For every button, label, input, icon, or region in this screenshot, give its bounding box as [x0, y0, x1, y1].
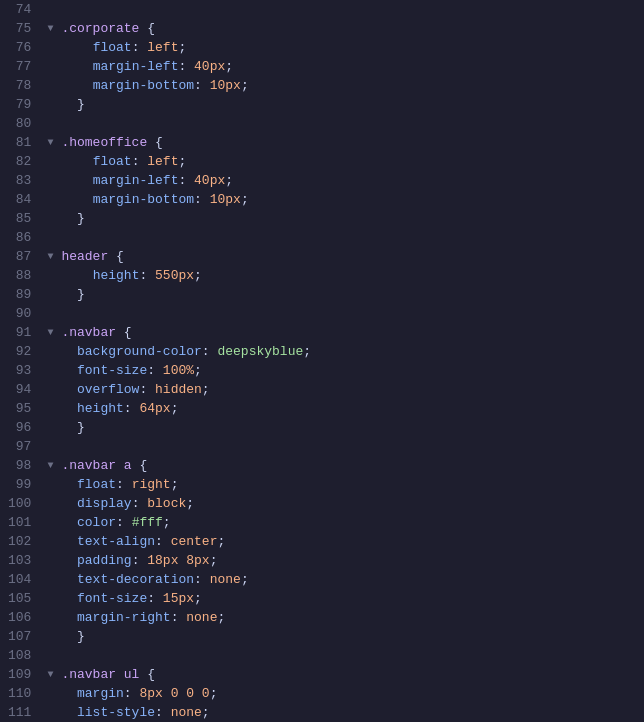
- token: .navbar: [61, 323, 116, 342]
- code-line: .corporate {: [47, 19, 644, 38]
- code-area[interactable]: .corporate { float: left; margin-left: 4…: [43, 0, 644, 722]
- line-number: 104: [8, 570, 31, 589]
- token: {: [139, 665, 155, 684]
- token: [61, 589, 77, 608]
- token: ;: [210, 551, 218, 570]
- token: header: [61, 247, 108, 266]
- code-line: header {: [47, 247, 644, 266]
- token: :: [178, 171, 194, 190]
- token: none: [171, 703, 202, 722]
- line-number: 81: [8, 133, 31, 152]
- token: {: [147, 133, 163, 152]
- code-line: }: [47, 95, 644, 114]
- token: .navbar a: [61, 456, 131, 475]
- token: 40px: [194, 171, 225, 190]
- token: }: [61, 95, 84, 114]
- token: ;: [241, 76, 249, 95]
- token: text-align: [77, 532, 155, 551]
- line-number: 94: [8, 380, 31, 399]
- line-number: 85: [8, 209, 31, 228]
- line-number: 100: [8, 494, 31, 513]
- fold-arrow-icon[interactable]: [47, 665, 61, 684]
- code-line: text-decoration: none;: [47, 570, 644, 589]
- token: height: [93, 266, 140, 285]
- line-number: 83: [8, 171, 31, 190]
- fold-arrow-icon[interactable]: [47, 323, 61, 342]
- line-number: 75: [8, 19, 31, 38]
- token: [61, 266, 92, 285]
- code-line: margin-bottom: 10px;: [47, 76, 644, 95]
- token: [61, 152, 92, 171]
- fold-arrow-icon[interactable]: [47, 247, 61, 266]
- code-line: [47, 437, 644, 456]
- token: 10px: [210, 190, 241, 209]
- token: margin-bottom: [93, 190, 194, 209]
- token: ;: [194, 361, 202, 380]
- line-number: 106: [8, 608, 31, 627]
- token: {: [116, 323, 132, 342]
- line-number: 96: [8, 418, 31, 437]
- code-line: }: [47, 285, 644, 304]
- token: :: [171, 608, 187, 627]
- fold-arrow-icon[interactable]: [47, 456, 61, 475]
- token: [61, 361, 77, 380]
- line-numbers: 7475767778798081828384858687888990919293…: [0, 0, 43, 722]
- code-line: [47, 646, 644, 665]
- token: :: [155, 532, 171, 551]
- line-number: 107: [8, 627, 31, 646]
- code-line: height: 550px;: [47, 266, 644, 285]
- token: ;: [241, 570, 249, 589]
- line-number: 111: [8, 703, 31, 722]
- code-line: display: block;: [47, 494, 644, 513]
- token: :: [194, 190, 210, 209]
- line-number: 91: [8, 323, 31, 342]
- token: deepskyblue: [217, 342, 303, 361]
- token: :: [194, 570, 210, 589]
- line-number: 87: [8, 247, 31, 266]
- code-line: float: left;: [47, 38, 644, 57]
- token: 100%: [163, 361, 194, 380]
- token: :: [139, 266, 155, 285]
- token: {: [108, 247, 124, 266]
- line-number: 86: [8, 228, 31, 247]
- token: :: [139, 380, 155, 399]
- token: font-size: [77, 589, 147, 608]
- token: 15px: [163, 589, 194, 608]
- line-number: 92: [8, 342, 31, 361]
- fold-arrow-icon[interactable]: [47, 133, 61, 152]
- token: color: [77, 513, 116, 532]
- token: hidden: [155, 380, 202, 399]
- line-number: 105: [8, 589, 31, 608]
- token: [61, 342, 77, 361]
- token: ;: [202, 703, 210, 722]
- line-number: 102: [8, 532, 31, 551]
- token: block: [147, 494, 186, 513]
- token: [61, 684, 77, 703]
- code-line: .navbar {: [47, 323, 644, 342]
- token: :: [116, 475, 132, 494]
- line-number: 77: [8, 57, 31, 76]
- token: list-style: [77, 703, 155, 722]
- token: #fff: [132, 513, 163, 532]
- token: ;: [303, 342, 311, 361]
- code-line: margin-right: none;: [47, 608, 644, 627]
- token: center: [171, 532, 218, 551]
- token: :: [194, 76, 210, 95]
- token: padding: [77, 551, 132, 570]
- token: 40px: [194, 57, 225, 76]
- line-number: 80: [8, 114, 31, 133]
- token: [61, 513, 77, 532]
- fold-arrow-icon[interactable]: [47, 19, 61, 38]
- token: left: [147, 38, 178, 57]
- code-line: [47, 228, 644, 247]
- code-line: margin-left: 40px;: [47, 57, 644, 76]
- token: text-decoration: [77, 570, 194, 589]
- token: :: [116, 513, 132, 532]
- token: }: [61, 209, 84, 228]
- line-number: 98: [8, 456, 31, 475]
- line-number: 74: [8, 0, 31, 19]
- token: [61, 190, 92, 209]
- code-line: text-align: center;: [47, 532, 644, 551]
- token: [61, 380, 77, 399]
- token: .homeoffice: [61, 133, 147, 152]
